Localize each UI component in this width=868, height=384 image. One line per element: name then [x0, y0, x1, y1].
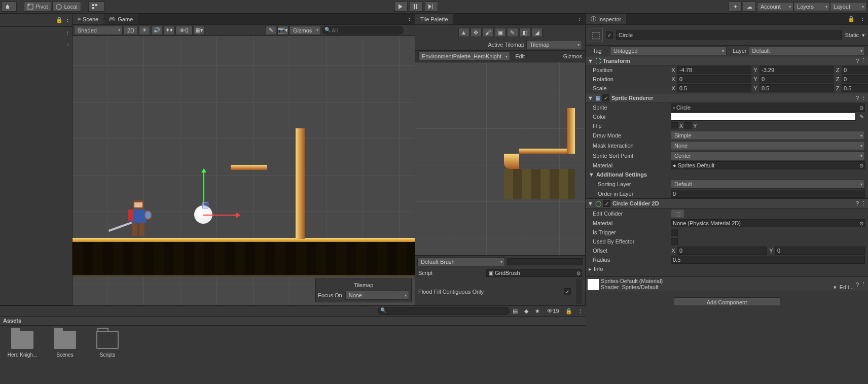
palette-picker-tool[interactable]: ✎ [507, 28, 518, 37]
object-name-input[interactable] [616, 30, 842, 40]
hidden-objects[interactable]: 👁0 [175, 26, 193, 35]
brush-dropdown[interactable]: Default Brush [417, 257, 505, 266]
menu-icon[interactable]: ⋮ [574, 16, 585, 22]
scl-y[interactable] [760, 84, 834, 92]
additional-header[interactable]: Additional Settings [596, 171, 647, 178]
menu-icon[interactable]: ⋮ [861, 281, 866, 288]
palette-box-tool[interactable]: ▣ [495, 28, 506, 37]
local-toggle[interactable]: Local [52, 2, 81, 12]
eyedropper-icon[interactable]: ✎ [858, 114, 865, 120]
brush-slider[interactable] [507, 258, 584, 265]
palette-select-tool[interactable]: ▲ [458, 28, 469, 37]
material-edit[interactable]: Edit... [840, 284, 854, 291]
layout-dropdown[interactable]: Layout [830, 2, 866, 11]
offset-x[interactable] [677, 247, 767, 255]
sorting-layer-dropdown[interactable]: Default [671, 180, 865, 189]
folder-hero-knight[interactable]: Hero Knigh... [6, 331, 39, 379]
offset-y[interactable] [775, 247, 865, 255]
favorite-icon[interactable]: ★ [532, 306, 543, 316]
help-icon[interactable]: ? [856, 58, 859, 64]
circle-gizmo[interactable] [194, 205, 212, 224]
focus-dropdown[interactable]: None [345, 291, 409, 300]
active-tilemap-dropdown[interactable]: Tilemap [526, 40, 582, 49]
tab-scene[interactable]: ⌗Scene [73, 14, 103, 24]
order-field[interactable] [671, 190, 865, 198]
tab-inspector[interactable]: ⓘInspector [586, 14, 626, 24]
filter-icon[interactable]: ▤ [510, 306, 521, 316]
palette-erase-tool[interactable]: ◧ [519, 28, 530, 37]
gameobject-icon[interactable]: ⬚ [589, 28, 603, 42]
project-search[interactable] [378, 307, 510, 315]
scl-z[interactable] [842, 84, 868, 92]
flip-y[interactable] [684, 122, 692, 129]
palette-gizmos-toggle[interactable]: Gizmos [563, 53, 582, 59]
palette-brush-tool[interactable]: 🖌 [483, 28, 494, 37]
lock-icon[interactable]: 🔒 [56, 17, 63, 23]
chevron-right-icon[interactable]: › [0, 39, 72, 49]
filter-type-icon[interactable]: ◆ [521, 306, 532, 316]
effector-checkbox[interactable] [671, 238, 678, 245]
radius-field[interactable] [671, 256, 865, 264]
cloud-icon[interactable]: ☁ [743, 2, 756, 12]
material-field[interactable]: ●Sprites-Default [671, 161, 865, 169]
material-footer-header[interactable]: Sprites-Default (Material) ShaderSprites… [586, 276, 868, 292]
menu-icon[interactable]: ⋮ [574, 308, 586, 315]
assets-breadcrumb[interactable]: Assets [0, 317, 586, 326]
pos-x[interactable] [677, 66, 751, 74]
rot-y[interactable] [760, 75, 834, 83]
collider-header[interactable]: ▼ ◯ Circle Collider 2D? ⋮ [586, 198, 868, 208]
tab-game[interactable]: 🎮Game [103, 14, 138, 24]
pos-y[interactable] [760, 66, 834, 74]
is-trigger-checkbox[interactable] [671, 229, 678, 236]
fx-toggle[interactable]: ✦▾ [163, 26, 174, 35]
lock-icon[interactable]: 🔒 [846, 16, 857, 22]
cc-enable[interactable] [603, 200, 610, 207]
rot-z[interactable] [842, 75, 868, 83]
rot-x[interactable] [677, 75, 751, 83]
tab-tile-palette[interactable]: Tile Palette [415, 14, 453, 24]
flood-fill-checkbox[interactable] [564, 288, 571, 295]
draw-mode-dropdown[interactable]: Simple [671, 131, 865, 140]
gizmos-dropdown[interactable]: Gizmos [290, 26, 321, 35]
tools-icon[interactable]: ✎ [265, 26, 276, 35]
menu-icon[interactable]: ⋮ [65, 17, 70, 23]
mask-dropdown[interactable]: None [671, 141, 865, 150]
menu-icon[interactable]: ⋮ [857, 16, 868, 22]
grid-toggle[interactable]: ▦▾ [194, 26, 205, 35]
pivot-toggle[interactable]: Pivot [24, 2, 51, 12]
lighting-toggle[interactable]: ☀ [139, 26, 150, 35]
palette-select-dropdown[interactable]: EnvironmentPalette_HeroKnight [418, 52, 510, 61]
static-dropdown[interactable]: ▾ [862, 32, 865, 39]
pos-z[interactable] [842, 66, 868, 74]
menu-icon[interactable]: ⋮ [861, 57, 866, 64]
sprite-field[interactable]: ▫Circle [671, 103, 865, 112]
phys-material-field[interactable]: None (Physics Material 2D) [671, 219, 865, 227]
transform-header[interactable]: ▼ ⛶ Transform? ⋮ [586, 56, 868, 65]
palette-move-tool[interactable]: ✥ [471, 28, 482, 37]
help-icon[interactable]: ? [856, 95, 859, 101]
x-axis-handle[interactable] [203, 215, 239, 216]
shading-dropdown[interactable]: Shaded [74, 26, 123, 35]
info-foldout[interactable]: Info [594, 266, 603, 272]
active-checkbox[interactable] [606, 31, 613, 39]
y-axis-handle[interactable] [203, 170, 204, 205]
color-field[interactable] [671, 113, 856, 121]
scene-search[interactable] [322, 26, 404, 34]
folder-scenes[interactable]: Scenes [49, 331, 81, 379]
audio-toggle[interactable]: 🔊 [151, 26, 162, 35]
lock-icon[interactable]: 🔒 [563, 308, 574, 315]
step-button[interactable] [425, 2, 438, 12]
flip-x[interactable] [671, 122, 678, 129]
layer-dropdown[interactable]: Default [749, 46, 865, 55]
account-dropdown[interactable]: Account [757, 2, 793, 11]
add-component-button[interactable]: Add Component [674, 297, 780, 305]
sprite-renderer-header[interactable]: ▼ ▦ Sprite Renderer? ⋮ [586, 93, 868, 103]
scene-viewport[interactable]: Tilemap Focus On None [73, 36, 415, 305]
collab-icon[interactable]: ✦ [729, 2, 742, 12]
palette-fill-tool[interactable]: ◢ [531, 28, 542, 37]
mode-2d-toggle[interactable]: 2D [124, 26, 138, 35]
palette-edit-button[interactable]: Edit [512, 53, 528, 59]
palette-scrollbar[interactable] [576, 279, 582, 304]
menu-icon[interactable]: ⋮ [861, 200, 866, 207]
tool-hand[interactable] [2, 2, 17, 12]
